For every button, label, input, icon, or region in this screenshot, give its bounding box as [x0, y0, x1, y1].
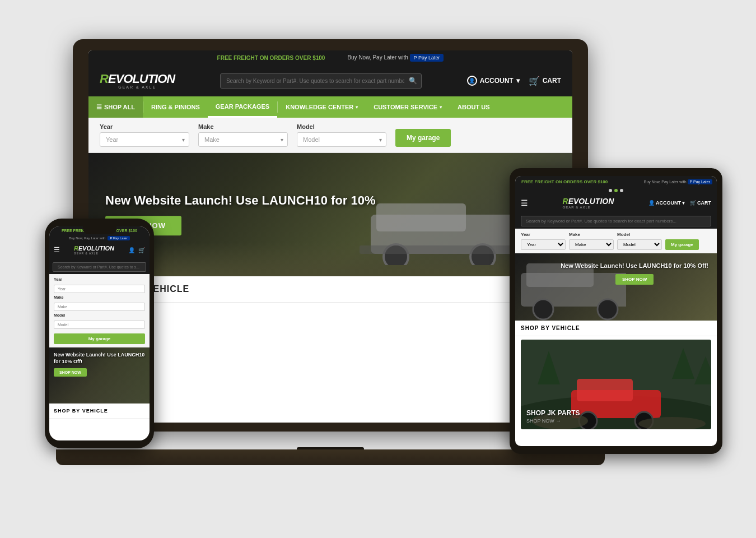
tablet-outer: FREE FREIGHT ON ORDERS OVER $100 Buy Now… [510, 168, 722, 454]
cart-button[interactable]: 🛒 CART [529, 76, 561, 86]
phone-shop-vehicle-bar: SHOP BY VEHICLE [49, 404, 150, 419]
phone-header-icons: 👤 🛒 [128, 247, 145, 253]
nav-item-ring-pinions[interactable]: RING & PINIONS [143, 96, 208, 118]
phone-account-icon[interactable]: 👤 [128, 247, 135, 253]
nav-item-customer-service[interactable]: CUSTOMER SERVICE ▾ [366, 96, 450, 118]
nav-item-shop-all[interactable]: ☰ SHOP ALL [88, 96, 143, 118]
phone-search-input[interactable] [53, 262, 146, 272]
tablet-account-button[interactable]: 👤 ACCOUNT ▾ [648, 200, 685, 206]
search-bar[interactable]: 🔍 [220, 73, 422, 89]
tablet-cart-button[interactable]: 🛒 CART [690, 200, 712, 206]
scene: FREE FREIGHT ON ORDERS OVER $100 Buy Now… [0, 0, 756, 538]
shop-vehicle-bar: SHOP BY VEHICLE [88, 276, 572, 303]
phone-hero: New Website Launch! Use LAUNCH10 for 10%… [49, 347, 150, 404]
year-select[interactable]: Year [100, 132, 189, 147]
cart-icon: 🛒 [529, 76, 540, 86]
my-garage-button[interactable]: My garage [395, 129, 451, 147]
shop-vehicle-heading: SHOP BY VEHICLE [100, 284, 561, 294]
phone-shop-vehicle-heading: SHOP BY VEHICLE [54, 408, 145, 414]
search-icon: 🔍 [409, 77, 417, 85]
tablet-logo: REVOLUTION GEAR & AXLE [563, 197, 614, 209]
tablet-promo-text: FREE FREIGHT ON ORDERS OVER $100 [520, 178, 609, 186]
svg-rect-15 [577, 379, 633, 401]
nav-bar: ☰ SHOP ALL RING & PINIONS GEAR PACKAGES … [88, 96, 572, 118]
garage-model-field: Model Model [297, 123, 386, 147]
phone-shop-now-button[interactable]: SHOP NOW [54, 368, 87, 377]
phone-pay-later-button[interactable]: P Pay Later [108, 236, 129, 240]
phone-hero-content: New Website Launch! Use LAUNCH10 for 10%… [54, 352, 150, 377]
garage-year-field: Year Year [100, 123, 189, 147]
hero-section: New Website Launch! Use LAUNCH10 for 10%… [88, 153, 572, 276]
phone-my-garage-button[interactable]: My garage [54, 333, 145, 344]
tablet-make-select[interactable]: Make [569, 239, 614, 250]
pay-later-button[interactable]: P Pay Later [410, 54, 444, 62]
tablet-jk-shop-now-link[interactable]: SHOP NOW → [526, 418, 706, 424]
phone-device: FREE FREIGHT ON ORDERS OVER $100 Buy Now… [45, 219, 154, 448]
promo-text: FREE FREIGHT ON ORDERS OVER $100 [217, 55, 325, 61]
svg-rect-4 [360, 245, 528, 254]
tablet-jk-card: SHOP JK PARTS SHOP NOW → [521, 340, 711, 429]
phone-notch [83, 226, 116, 234]
phone-year-input[interactable] [54, 285, 145, 293]
hero-title: New Website Launch! Use LAUNCH10 for 10% [105, 193, 375, 208]
tablet-shop-now-button[interactable]: SHOP NOW [615, 274, 654, 285]
tablet-hero: New Website Launch! Use LAUNCH10 for 10%… [515, 253, 717, 321]
tablet-jk-title: SHOP JK PARTS [526, 409, 706, 417]
tablet-hero-title: New Website Launch! Use LAUNCH10 for 10%… [561, 262, 708, 270]
model-select[interactable]: Model [297, 132, 386, 147]
knowledge-center-chevron-icon: ▾ [356, 105, 358, 110]
account-chevron-icon: ▾ [516, 77, 520, 85]
tablet-hamburger-icon[interactable]: ☰ [521, 198, 528, 207]
garage-bar: Year Year Make Make [88, 118, 572, 153]
garage-make-field: Make Make [198, 123, 288, 147]
phone-header: ☰ REVOLUTION GEAR & AXLE 👤 🛒 [49, 242, 150, 258]
logo: REVOLUTION GEAR & AXLE [100, 73, 175, 89]
tablet-my-garage-button[interactable]: My garage [665, 239, 699, 250]
svg-point-7 [533, 299, 553, 319]
tablet-hero-content: New Website Launch! Use LAUNCH10 for 10%… [561, 262, 708, 285]
make-select[interactable]: Make [198, 132, 288, 147]
pay-later-text: Buy Now, Pay Later with P Pay Later [347, 54, 444, 62]
tablet-device: FREE FREIGHT ON ORDERS OVER $100 Buy Now… [510, 168, 722, 454]
phone-garage: Year Make Model My garage [49, 274, 150, 347]
phone-hamburger-icon[interactable]: ☰ [54, 246, 60, 254]
dot-2 [614, 189, 618, 192]
nav-item-knowledge-center[interactable]: KNOWLEDGE CENTER ▾ [278, 96, 366, 118]
dot-3 [620, 189, 623, 192]
arrow-icon: → [556, 418, 561, 424]
hamburger-icon: ☰ [96, 104, 102, 111]
dot-1 [609, 189, 612, 192]
account-button[interactable]: 👤 ACCOUNT ▾ [467, 76, 520, 86]
svg-rect-1 [376, 203, 466, 231]
tablet-dots [515, 188, 717, 193]
svg-point-8 [598, 299, 618, 319]
tablet-banner: FREE FREIGHT ON ORDERS OVER $100 Buy Now… [515, 176, 717, 188]
account-icon: 👤 [467, 76, 477, 86]
site-banner: FREE FREIGHT ON ORDERS OVER $100 Buy Now… [88, 50, 572, 65]
tablet-shop-vehicle-bar: SHOP BY VEHICLE [515, 321, 717, 336]
phone-logo: REVOLUTION GEAR & AXLE [74, 245, 114, 255]
phone-model-input[interactable] [54, 321, 145, 329]
phone-search-bar [49, 258, 150, 274]
nav-item-about-us[interactable]: ABOUT US [450, 96, 497, 118]
site-header: REVOLUTION GEAR & AXLE 🔍 👤 ACCOUNT ▾ [88, 65, 572, 96]
phone-pay-later-bar: Buy Now, Pay Later with P Pay Later [49, 235, 150, 242]
tablet-search-input[interactable] [521, 216, 711, 226]
tablet-pay-later-text: Buy Now, Pay Later with P Pay Later [644, 180, 712, 184]
phone-make-input[interactable] [54, 303, 145, 311]
tablet-screen: FREE FREIGHT ON ORDERS OVER $100 Buy Now… [515, 176, 717, 446]
laptop-screen: FREE FREIGHT ON ORDERS OVER $100 Buy Now… [88, 50, 572, 423]
header-actions: 👤 ACCOUNT ▾ 🛒 CART [467, 76, 561, 86]
tablet-year-select[interactable]: Year [521, 239, 566, 250]
tablet-pay-later-button[interactable]: P Pay Later [688, 179, 712, 184]
phone-screen: FREE FREIGHT ON ORDERS OVER $100 Buy Now… [49, 226, 150, 440]
tablet-jk-overlay: SHOP JK PARTS SHOP NOW → [521, 404, 711, 429]
customer-service-chevron-icon: ▾ [440, 105, 442, 110]
jeep-silhouette [360, 192, 528, 265]
phone-cart-icon[interactable]: 🛒 [138, 247, 145, 253]
tablet-shop-vehicle-heading: SHOP BY VEHICLE [521, 325, 711, 331]
tablet-model-select[interactable]: Model [617, 239, 662, 250]
nav-item-gear-packages[interactable]: GEAR PACKAGES [208, 96, 277, 118]
search-input[interactable] [220, 73, 422, 89]
tablet-header: ☰ REVOLUTION GEAR & AXLE 👤 ACCOUNT ▾ 🛒 C… [515, 193, 717, 212]
